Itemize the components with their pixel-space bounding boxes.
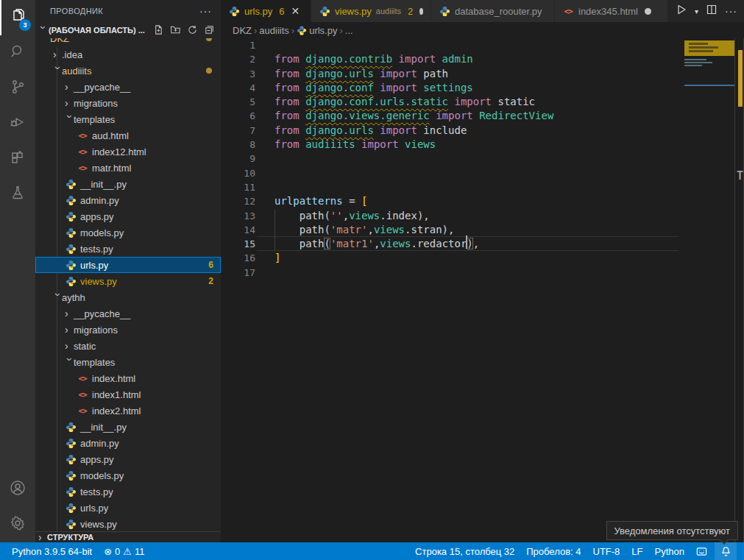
tree-item-models-py[interactable]: models.py <box>35 467 221 483</box>
run-dropdown-chevron-icon[interactable]: ▾ <box>695 7 698 15</box>
code-line-16[interactable]: 16] <box>221 251 734 265</box>
code-line-3[interactable]: 3from django.urls import path <box>221 67 734 81</box>
close-icon[interactable]: ✕ <box>291 5 300 17</box>
code-line-15[interactable]: 15 path('matr1',views.redactor), <box>221 237 734 251</box>
tree-item-migrations[interactable]: ›migrations <box>35 95 221 111</box>
tree-item--init-py[interactable]: __init__.py <box>35 419 221 435</box>
workspace-label: (РАБОЧАЯ ОБЛАСТЬ) ... <box>49 26 145 35</box>
code-line-5[interactable]: 5from django.conf.urls.static import sta… <box>221 95 734 109</box>
tree-item-label: migrations <box>74 325 118 336</box>
tree-item--pycache-[interactable]: ›__pycache__ <box>35 305 221 322</box>
tree-item-tests-py[interactable]: tests.py <box>35 241 221 257</box>
code-editor[interactable]: 12from django.contrib import admin3from … <box>221 38 744 542</box>
activity-extensions[interactable] <box>0 141 35 177</box>
tree-item-static[interactable]: ›static <box>35 338 221 354</box>
code-line-14[interactable]: 14 path('matr',views.stran), <box>221 223 734 237</box>
tree-item-matr-html[interactable]: <>matr.html <box>35 160 221 176</box>
python-interpreter-status[interactable]: Python 3.9.5 64-bit <box>12 546 92 557</box>
workspace-section-header[interactable]: › (РАБОЧАЯ ОБЛАСТЬ) ... <box>35 22 221 38</box>
tree-item-audiiits[interactable]: ›audiiits <box>35 63 221 79</box>
new-folder-icon[interactable] <box>170 24 181 37</box>
tree-item-views-py[interactable]: views.py2 <box>35 273 221 289</box>
code-line-2[interactable]: 2from django.contrib import admin <box>221 52 734 66</box>
run-python-file-icon[interactable] <box>676 4 687 18</box>
activity-search[interactable] <box>0 35 35 71</box>
tree-item-index12-html[interactable]: <>index12.html <box>35 143 221 160</box>
activity-settings[interactable] <box>0 507 35 542</box>
tree-item-aud-html[interactable]: <>aud.html <box>35 127 221 143</box>
tree-item-label: templates <box>74 357 115 368</box>
tree-item-urls-py[interactable]: urls.py <box>35 500 221 516</box>
code-line-1[interactable]: 1 <box>221 38 734 52</box>
tree-item-templates[interactable]: ›templates <box>35 354 221 370</box>
tree-item-migrations[interactable]: ›migrations <box>35 322 221 338</box>
activity-explorer[interactable]: 3 <box>0 0 35 35</box>
code-line-4[interactable]: 4from django.conf import settings <box>221 81 734 95</box>
outline-section-header[interactable]: › СТРУКТУРА <box>35 531 221 542</box>
activity-account[interactable] <box>0 472 35 507</box>
tree-item--init-py[interactable]: __init__.py <box>35 176 221 192</box>
eol-status[interactable]: LF <box>631 546 642 557</box>
breadcrumb-item[interactable]: audiiits <box>259 25 288 36</box>
tree-item-templates[interactable]: ›templates <box>35 111 221 127</box>
code-line-17[interactable]: 17 <box>221 266 734 280</box>
tree-item--pycache-[interactable]: ›__pycache__ <box>35 79 221 95</box>
notifications-bell-icon[interactable] <box>715 542 737 560</box>
branch-icon <box>9 78 26 99</box>
tree-item-urls-py[interactable]: urls.py6 <box>35 257 221 273</box>
minimap[interactable] <box>684 38 734 134</box>
tab-views-py[interactable]: views.pyaudiiits2 <box>311 0 431 22</box>
tree-item-apps-py[interactable]: apps.py <box>35 208 221 224</box>
activity-testing[interactable] <box>0 177 35 212</box>
more-actions-icon[interactable]: ··· <box>199 5 212 17</box>
tree-item-index2-html[interactable]: <>index2.html <box>35 403 221 419</box>
tab-database-roouter-py[interactable]: database_roouter.py <box>431 0 555 22</box>
code-line-6[interactable]: 6from django.views.generic import Redire… <box>221 109 734 123</box>
line-content: from audiiits import views <box>274 138 436 152</box>
cursor-position-status[interactable]: Строка 15, столбец 32 <box>415 546 514 557</box>
tree-item-apps-py[interactable]: apps.py <box>35 451 221 467</box>
tree-item--idea[interactable]: ›.idea <box>35 46 221 63</box>
code-line-7[interactable]: 7from django.urls import include <box>221 124 734 138</box>
code-line-12[interactable]: 12urlpatterns = [ <box>221 194 734 208</box>
code-line-10[interactable]: 10 <box>221 166 734 180</box>
tree-item-admin-py[interactable]: admin.py <box>35 192 221 208</box>
activity-run-debug[interactable] <box>0 106 35 141</box>
indentation-status[interactable]: Пробелов: 4 <box>526 546 581 557</box>
breadcrumb-item[interactable]: DKZ <box>233 25 252 36</box>
breadcrumb-item[interactable]: ... <box>345 25 353 36</box>
language-mode-status[interactable]: Python <box>655 546 684 557</box>
line-number: 2 <box>221 52 255 66</box>
code-line-13[interactable]: 13 path('',views.index), <box>221 209 734 223</box>
refresh-icon[interactable] <box>187 24 198 37</box>
tree-item-aythh[interactable]: ›aythh <box>35 289 221 305</box>
tree-item-index1-html[interactable]: <>index1.html <box>35 386 221 403</box>
tree-item-admin-py[interactable]: admin.py <box>35 435 221 451</box>
python-file-icon <box>65 486 77 497</box>
code-line-8[interactable]: 8from audiiits import views <box>221 138 734 152</box>
editor-scrollbar[interactable]: T <box>734 38 744 542</box>
tree-item-tests-py[interactable]: tests.py <box>35 483 221 500</box>
python-file-icon <box>65 243 77 255</box>
collapse-all-icon[interactable] <box>204 24 215 37</box>
encoding-status[interactable]: UTF-8 <box>593 546 620 557</box>
tree-item-dkz[interactable]: ›DKZ <box>35 38 221 46</box>
code-line-9[interactable]: 9 <box>221 152 734 166</box>
feedback-smiley-icon[interactable] <box>696 546 707 557</box>
tree-item-index-html[interactable]: <>index.html <box>35 370 221 386</box>
activity-source-control[interactable] <box>0 71 35 106</box>
tree-item-views-py[interactable]: views.py <box>35 516 221 531</box>
editor-more-actions-icon[interactable]: ··· <box>725 5 737 17</box>
code-line-11[interactable]: 11 <box>221 180 734 194</box>
split-editor-icon[interactable] <box>706 4 718 18</box>
problems-status[interactable]: ⊗ 0 ⚠ 11 <box>104 546 144 557</box>
tree-item-models-py[interactable]: models.py <box>35 224 221 241</box>
unsaved-dot-icon[interactable] <box>645 8 651 15</box>
tab-urls-py[interactable]: urls.py6✕ <box>221 0 311 22</box>
line-content: path('matr1',views.redactor), <box>274 237 479 251</box>
unsaved-dot-icon[interactable] <box>419 8 423 15</box>
tab-index345-html[interactable]: <>index345.html <box>555 0 668 22</box>
breadcrumb-item[interactable]: urls.py <box>297 25 337 36</box>
new-file-icon[interactable] <box>153 24 164 37</box>
explorer-actions <box>153 24 215 37</box>
